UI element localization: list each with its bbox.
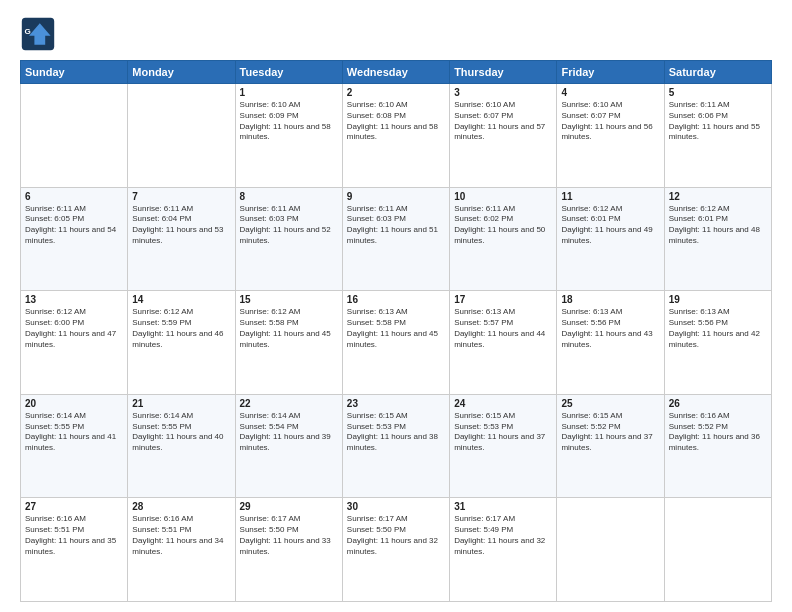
calendar-cell: 25Sunrise: 6:15 AMSunset: 5:52 PMDayligh… [557,394,664,498]
day-number: 13 [25,294,123,305]
day-number: 29 [240,501,338,512]
calendar-week-3: 13Sunrise: 6:12 AMSunset: 6:00 PMDayligh… [21,291,772,395]
day-number: 10 [454,191,552,202]
day-number: 11 [561,191,659,202]
cell-info: Sunrise: 6:11 AMSunset: 6:03 PMDaylight:… [240,204,338,247]
calendar-cell: 29Sunrise: 6:17 AMSunset: 5:50 PMDayligh… [235,498,342,602]
cell-info: Sunrise: 6:15 AMSunset: 5:52 PMDaylight:… [561,411,659,454]
cell-info: Sunrise: 6:11 AMSunset: 6:03 PMDaylight:… [347,204,445,247]
day-number: 23 [347,398,445,409]
cell-info: Sunrise: 6:17 AMSunset: 5:50 PMDaylight:… [347,514,445,557]
calendar-week-5: 27Sunrise: 6:16 AMSunset: 5:51 PMDayligh… [21,498,772,602]
calendar-cell: 17Sunrise: 6:13 AMSunset: 5:57 PMDayligh… [450,291,557,395]
calendar-cell: 26Sunrise: 6:16 AMSunset: 5:52 PMDayligh… [664,394,771,498]
calendar-cell: 8Sunrise: 6:11 AMSunset: 6:03 PMDaylight… [235,187,342,291]
cell-info: Sunrise: 6:10 AMSunset: 6:07 PMDaylight:… [561,100,659,143]
day-number: 25 [561,398,659,409]
day-number: 14 [132,294,230,305]
day-number: 20 [25,398,123,409]
calendar-cell [128,84,235,188]
cell-info: Sunrise: 6:13 AMSunset: 5:57 PMDaylight:… [454,307,552,350]
day-number: 16 [347,294,445,305]
calendar-week-4: 20Sunrise: 6:14 AMSunset: 5:55 PMDayligh… [21,394,772,498]
calendar-cell: 16Sunrise: 6:13 AMSunset: 5:58 PMDayligh… [342,291,449,395]
calendar-cell: 3Sunrise: 6:10 AMSunset: 6:07 PMDaylight… [450,84,557,188]
weekday-header-friday: Friday [557,61,664,84]
calendar: SundayMondayTuesdayWednesdayThursdayFrid… [20,60,772,602]
day-number: 27 [25,501,123,512]
day-number: 31 [454,501,552,512]
cell-info: Sunrise: 6:13 AMSunset: 5:56 PMDaylight:… [561,307,659,350]
calendar-cell: 7Sunrise: 6:11 AMSunset: 6:04 PMDaylight… [128,187,235,291]
calendar-cell: 9Sunrise: 6:11 AMSunset: 6:03 PMDaylight… [342,187,449,291]
calendar-cell: 21Sunrise: 6:14 AMSunset: 5:55 PMDayligh… [128,394,235,498]
cell-info: Sunrise: 6:17 AMSunset: 5:50 PMDaylight:… [240,514,338,557]
cell-info: Sunrise: 6:12 AMSunset: 6:01 PMDaylight:… [669,204,767,247]
calendar-week-2: 6Sunrise: 6:11 AMSunset: 6:05 PMDaylight… [21,187,772,291]
day-number: 2 [347,87,445,98]
weekday-header-wednesday: Wednesday [342,61,449,84]
cell-info: Sunrise: 6:12 AMSunset: 5:59 PMDaylight:… [132,307,230,350]
day-number: 26 [669,398,767,409]
cell-info: Sunrise: 6:15 AMSunset: 5:53 PMDaylight:… [454,411,552,454]
cell-info: Sunrise: 6:11 AMSunset: 6:02 PMDaylight:… [454,204,552,247]
cell-info: Sunrise: 6:10 AMSunset: 6:08 PMDaylight:… [347,100,445,143]
calendar-cell: 19Sunrise: 6:13 AMSunset: 5:56 PMDayligh… [664,291,771,395]
calendar-cell [664,498,771,602]
calendar-cell: 30Sunrise: 6:17 AMSunset: 5:50 PMDayligh… [342,498,449,602]
day-number: 30 [347,501,445,512]
day-number: 22 [240,398,338,409]
cell-info: Sunrise: 6:16 AMSunset: 5:51 PMDaylight:… [25,514,123,557]
cell-info: Sunrise: 6:11 AMSunset: 6:05 PMDaylight:… [25,204,123,247]
calendar-cell: 11Sunrise: 6:12 AMSunset: 6:01 PMDayligh… [557,187,664,291]
day-number: 21 [132,398,230,409]
calendar-header: SundayMondayTuesdayWednesdayThursdayFrid… [21,61,772,84]
day-number: 1 [240,87,338,98]
logo-icon: G [20,16,56,52]
weekday-header-monday: Monday [128,61,235,84]
cell-info: Sunrise: 6:17 AMSunset: 5:49 PMDaylight:… [454,514,552,557]
weekday-header-saturday: Saturday [664,61,771,84]
day-number: 17 [454,294,552,305]
day-number: 12 [669,191,767,202]
day-number: 5 [669,87,767,98]
day-number: 24 [454,398,552,409]
cell-info: Sunrise: 6:12 AMSunset: 5:58 PMDaylight:… [240,307,338,350]
cell-info: Sunrise: 6:16 AMSunset: 5:52 PMDaylight:… [669,411,767,454]
day-number: 19 [669,294,767,305]
calendar-cell: 14Sunrise: 6:12 AMSunset: 5:59 PMDayligh… [128,291,235,395]
calendar-body: 1Sunrise: 6:10 AMSunset: 6:09 PMDaylight… [21,84,772,602]
calendar-cell: 23Sunrise: 6:15 AMSunset: 5:53 PMDayligh… [342,394,449,498]
logo: G [20,16,60,52]
day-number: 18 [561,294,659,305]
calendar-cell: 31Sunrise: 6:17 AMSunset: 5:49 PMDayligh… [450,498,557,602]
svg-text:G: G [25,27,31,36]
weekday-header-sunday: Sunday [21,61,128,84]
cell-info: Sunrise: 6:10 AMSunset: 6:07 PMDaylight:… [454,100,552,143]
weekday-header-tuesday: Tuesday [235,61,342,84]
calendar-cell: 24Sunrise: 6:15 AMSunset: 5:53 PMDayligh… [450,394,557,498]
page: G SundayMondayTuesdayWednesdayThursdayFr… [0,0,792,612]
cell-info: Sunrise: 6:12 AMSunset: 6:00 PMDaylight:… [25,307,123,350]
calendar-cell: 6Sunrise: 6:11 AMSunset: 6:05 PMDaylight… [21,187,128,291]
day-number: 4 [561,87,659,98]
cell-info: Sunrise: 6:14 AMSunset: 5:54 PMDaylight:… [240,411,338,454]
weekday-header-thursday: Thursday [450,61,557,84]
day-number: 3 [454,87,552,98]
cell-info: Sunrise: 6:10 AMSunset: 6:09 PMDaylight:… [240,100,338,143]
weekday-row: SundayMondayTuesdayWednesdayThursdayFrid… [21,61,772,84]
calendar-cell: 2Sunrise: 6:10 AMSunset: 6:08 PMDaylight… [342,84,449,188]
header: G [20,16,772,52]
cell-info: Sunrise: 6:14 AMSunset: 5:55 PMDaylight:… [132,411,230,454]
day-number: 6 [25,191,123,202]
cell-info: Sunrise: 6:13 AMSunset: 5:58 PMDaylight:… [347,307,445,350]
cell-info: Sunrise: 6:13 AMSunset: 5:56 PMDaylight:… [669,307,767,350]
cell-info: Sunrise: 6:15 AMSunset: 5:53 PMDaylight:… [347,411,445,454]
cell-info: Sunrise: 6:12 AMSunset: 6:01 PMDaylight:… [561,204,659,247]
calendar-cell: 5Sunrise: 6:11 AMSunset: 6:06 PMDaylight… [664,84,771,188]
calendar-cell: 18Sunrise: 6:13 AMSunset: 5:56 PMDayligh… [557,291,664,395]
calendar-cell: 27Sunrise: 6:16 AMSunset: 5:51 PMDayligh… [21,498,128,602]
calendar-cell: 20Sunrise: 6:14 AMSunset: 5:55 PMDayligh… [21,394,128,498]
cell-info: Sunrise: 6:14 AMSunset: 5:55 PMDaylight:… [25,411,123,454]
cell-info: Sunrise: 6:11 AMSunset: 6:06 PMDaylight:… [669,100,767,143]
